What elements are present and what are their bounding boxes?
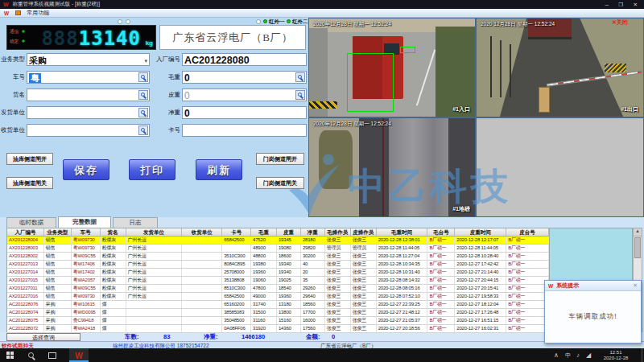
table-row[interactable]: AC201228074采购粤WD0095煤3858508331500138001… — [7, 309, 549, 317]
table-cell: 2020-12-27 16:51:15 — [455, 317, 506, 324]
table-row[interactable]: AC201228072采购粤WA2418煤0A08FF0631920143601… — [7, 325, 549, 333]
card-no-input[interactable] — [182, 124, 307, 137]
clock[interactable]: 12:51 2020-12-28 — [599, 350, 633, 361]
column-header[interactable]: 卡号 — [222, 228, 251, 236]
table-row[interactable]: AX201227016销售粤W09730粉煤灰广州长运6584250049000… — [7, 293, 549, 301]
column-header[interactable]: 货名 — [101, 228, 126, 236]
select-query-button[interactable]: 选择查询 — [6, 333, 80, 341]
table-cell: B厂磅一 — [427, 325, 455, 332]
toggle-indicator-2[interactable] — [126, 19, 130, 24]
table-cell: 19360 — [251, 269, 277, 276]
close-icon[interactable]: ✕ — [634, 2, 638, 8]
sender-input[interactable] — [27, 106, 150, 119]
business-type-select[interactable]: 采购 ▾ — [27, 53, 150, 66]
refresh-button[interactable]: 刷新 — [196, 159, 242, 180]
table-cell: 销售 — [44, 285, 72, 292]
column-header[interactable]: 业务类型 — [44, 228, 72, 236]
save-button[interactable]: 保存 — [63, 159, 109, 180]
table-row[interactable]: AX201228002销售粤W09C55粉煤灰广州长运3510C30048800… — [7, 253, 549, 261]
task-view-icon[interactable] — [48, 352, 56, 359]
camera-weighbridge[interactable]: 2020年12月28日 星期一 12:52:24 #1地磅 — [308, 117, 476, 217]
table-cell: 8084C895 — [222, 261, 251, 268]
column-header[interactable]: 毛重 — [251, 228, 277, 236]
table-row[interactable]: AX201227013销售粤W17406粉煤灰广州长运8084C89519380… — [7, 261, 549, 269]
gatehouse-gate-open-button[interactable]: 门岗侧道闸开 — [256, 153, 304, 165]
receiver-input[interactable] — [27, 124, 150, 137]
oil-gate-open-button[interactable]: 油库侧道闸开 — [6, 153, 53, 165]
tab-temp-data[interactable]: 临时数据 — [6, 217, 56, 228]
network-icon[interactable]: ◢ — [586, 352, 591, 359]
column-header[interactable]: 收货单位 — [182, 228, 222, 236]
toggle-indicator-1[interactable] — [118, 19, 122, 24]
menu-item-common-functions[interactable]: 常用功能 — [27, 9, 49, 17]
table-row[interactable]: AX201227015销售粤WA2057粉煤灰广州长运3513880819060… — [7, 277, 549, 285]
column-header[interactable]: 皮操作员 — [351, 228, 377, 236]
close-video-button[interactable]: ✕关闭 — [612, 19, 628, 27]
camera-offline[interactable] — [476, 117, 644, 217]
column-header[interactable]: 毛台号 — [427, 228, 455, 236]
dialog-close-icon[interactable]: ✕ — [633, 282, 638, 289]
net-input[interactable]: 0 — [182, 106, 307, 119]
maximize-icon[interactable]: ❐ — [618, 2, 623, 8]
goods-lookup-icon[interactable] — [138, 90, 148, 100]
receiver-lookup-icon[interactable] — [138, 125, 148, 135]
column-header[interactable]: 净重 — [301, 228, 325, 236]
tare-input[interactable]: 0 — [182, 88, 307, 101]
column-header[interactable]: 皮重 — [277, 228, 301, 236]
start-button[interactable] — [6, 352, 14, 359]
table-row[interactable]: AX201227014销售粤W17402粉煤灰广州长运2570800019360… — [7, 269, 549, 277]
table-cell: 销售 — [44, 277, 72, 284]
column-header[interactable]: 车号 — [72, 228, 101, 236]
tab-log[interactable]: 日志 — [113, 217, 158, 228]
column-header[interactable]: 发货单位 — [126, 228, 183, 236]
column-header[interactable]: 毛重时间 — [377, 228, 428, 236]
table-row[interactable]: AC201228076采购粤W10615煤6516020031740131801… — [7, 301, 549, 309]
taskbar-app-weighing[interactable]: W — [69, 348, 89, 362]
scroll-up-icon[interactable]: ▲ — [634, 228, 642, 237]
dialog-title-bar[interactable]: W 系统提示 ✕ — [545, 281, 641, 291]
tray-expand-icon[interactable]: ∧ — [554, 352, 559, 359]
table-row[interactable]: AX201228003销售粤W09730粉煤灰广州长运4890019080298… — [7, 245, 549, 253]
table-cell: 张俊三 — [351, 285, 377, 292]
camera-exit[interactable]: 2020 12月28日 星期一 12:52:24 #1出口 — [476, 18, 644, 117]
entry-no-input[interactable]: AC201228080 — [182, 53, 307, 66]
infrared-toggle[interactable] — [256, 19, 261, 24]
goods-input[interactable] — [27, 88, 150, 101]
table-cell: 粤W09C55 — [72, 253, 101, 260]
weight-unit: kg — [146, 39, 153, 47]
cam3-grass-patch — [319, 130, 352, 189]
table-row[interactable]: AC201228075采购贵C99418煤3504850031160151601… — [7, 317, 549, 325]
volume-icon[interactable]: ♪ — [576, 352, 580, 359]
table-cell: B厂磅一 — [427, 285, 455, 292]
scrollbar-thumb[interactable] — [634, 237, 641, 258]
search-icon[interactable] — [28, 352, 34, 358]
total-net-label: 净重: — [204, 333, 218, 341]
gatehouse-gate-close-button[interactable]: 门岗侧道闸关 — [256, 177, 304, 189]
truck-lookup-icon[interactable] — [138, 72, 148, 82]
sender-lookup-icon[interactable] — [138, 108, 148, 117]
oil-gate-close-button[interactable]: 油库侧道闸关 — [6, 177, 53, 189]
column-header[interactable]: 皮台号 — [506, 228, 549, 236]
table-cell: B厂磅一 — [427, 309, 455, 316]
table-row[interactable]: AX201227011销售粤W09C55粉煤灰广州长运8510C30047800… — [7, 285, 549, 293]
gross-input[interactable]: 0 — [182, 71, 307, 84]
chevron-down-icon[interactable]: ▾ — [144, 56, 147, 66]
column-header[interactable]: 入厂编号 — [7, 228, 44, 236]
tare-lookup-icon[interactable] — [295, 90, 305, 100]
camera-entrance[interactable]: 2020年12月28日 星期一 12:52:24 #1入口 — [308, 18, 476, 117]
table-row[interactable]: AX201228004销售粤W09730粉煤灰广州长运6584250047520… — [7, 237, 549, 245]
print-button[interactable]: 打印 — [129, 159, 175, 180]
tab-complete-data[interactable]: 完整数据 — [58, 216, 111, 228]
cam2-chevron-marking — [605, 64, 626, 72]
table-cell: 张俊三 — [325, 285, 351, 292]
truck-no-input[interactable]: 粤 — [27, 71, 150, 84]
table-cell: 2020-12-27 22:39:25 — [377, 301, 428, 308]
gross-lookup-icon[interactable] — [295, 72, 305, 82]
table-cell: B厂磅一 — [506, 269, 549, 276]
column-header[interactable]: 毛操作员 — [325, 228, 351, 236]
input-method-icon[interactable]: 中 — [565, 352, 571, 360]
table-cell: 张俊三 — [351, 277, 377, 284]
table-cell: 张俊三 — [325, 293, 351, 300]
column-header[interactable]: 皮重时间 — [455, 228, 506, 236]
minimize-icon[interactable]: ─ — [605, 2, 609, 7]
